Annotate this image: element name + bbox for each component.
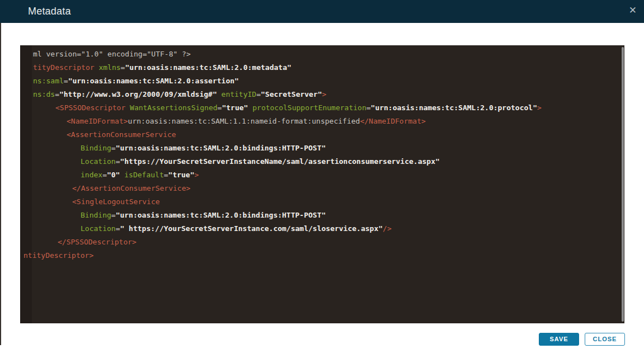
code-line: Location="https://YourSecretServerInstan… [22, 155, 620, 168]
dialog-header: Metadata ✕ [0, 0, 644, 23]
code-line: </AssertionConsumerService> [22, 182, 620, 195]
code-line: Binding="urn:oasis:names:tc:SAML:2.0:bin… [22, 209, 620, 222]
dialog-title: Metadata [28, 6, 71, 17]
code-line: <SPSSODescriptor WantAssertionsSigned="t… [22, 101, 620, 115]
code-line: ml version="1.0" encoding="UTF-8" ?> [22, 48, 620, 61]
left-edge-divider [0, 23, 1, 345]
code-line: <NameIDFormat>urn:oasis:names:tc:SAML:1.… [22, 115, 620, 128]
code-line: ns:ds="http://www.w3.org/2000/09/xmldsig… [22, 88, 620, 101]
metadata-xml-editor[interactable]: ml version="1.0" encoding="UTF-8" ?>tity… [20, 45, 624, 323]
close-button[interactable]: CLOSE [585, 333, 625, 346]
code-line: </SPSSODescriptor> [22, 235, 620, 249]
code-line: ns:saml="urn:oasis:names:tc:SAML:2.0:ass… [22, 74, 620, 88]
code-line: ntityDescriptor> [22, 249, 620, 262]
close-icon[interactable]: ✕ [629, 4, 637, 17]
code-lines: ml version="1.0" encoding="UTF-8" ?>tity… [22, 48, 620, 262]
code-line: <AssertionConsumerService [22, 128, 620, 142]
code-line: tityDescriptor xmlns="urn:oasis:names:tc… [22, 61, 620, 74]
save-button[interactable]: SAVE [539, 333, 579, 346]
vertical-scrollbar-thumb[interactable] [622, 47, 624, 322]
code-line: Location=" https://YourSecretServerInsta… [22, 222, 620, 235]
code-line: index="0" isDefault="true"> [22, 168, 620, 182]
metadata-dialog: Metadata ✕ ml version="1.0" encoding="UT… [0, 0, 644, 358]
code-line: <SingleLogoutService [22, 195, 620, 209]
code-line: Binding="urn:oasis:names:tc:SAML:2.0:bin… [22, 142, 620, 155]
